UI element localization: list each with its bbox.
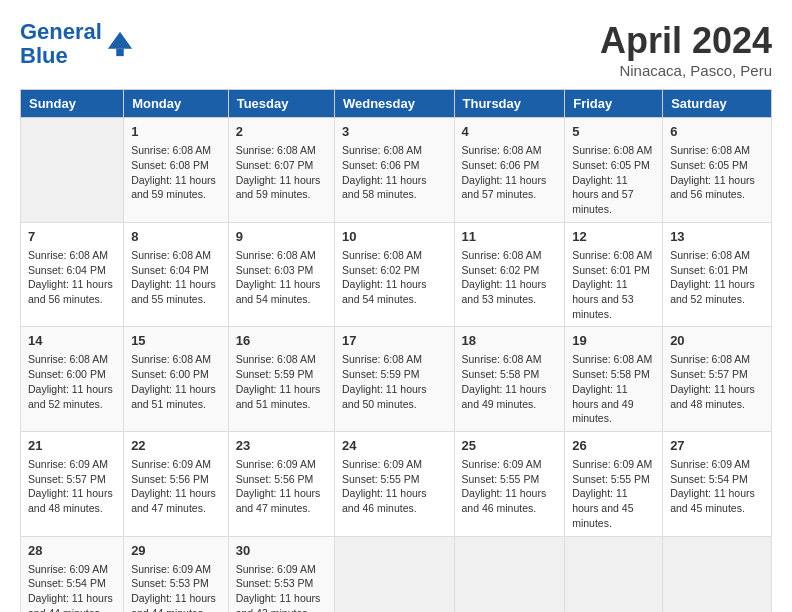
cell-info: Sunrise: 6:08 AMSunset: 6:04 PMDaylight:… [28, 248, 116, 307]
calendar-cell [565, 536, 663, 612]
cell-info: Sunrise: 6:09 AMSunset: 5:54 PMDaylight:… [670, 457, 764, 516]
calendar-table: Sunday Monday Tuesday Wednesday Thursday… [20, 89, 772, 612]
col-friday: Friday [565, 90, 663, 118]
day-number: 30 [236, 542, 327, 560]
day-number: 8 [131, 228, 221, 246]
calendar-cell: 29Sunrise: 6:09 AMSunset: 5:53 PMDayligh… [124, 536, 229, 612]
day-number: 20 [670, 332, 764, 350]
day-number: 19 [572, 332, 655, 350]
calendar-cell: 28Sunrise: 6:09 AMSunset: 5:54 PMDayligh… [21, 536, 124, 612]
cell-info: Sunrise: 6:08 AMSunset: 6:08 PMDaylight:… [131, 143, 221, 202]
day-number: 9 [236, 228, 327, 246]
calendar-cell: 25Sunrise: 6:09 AMSunset: 5:55 PMDayligh… [454, 431, 565, 536]
day-number: 17 [342, 332, 447, 350]
cell-info: Sunrise: 6:08 AMSunset: 6:00 PMDaylight:… [28, 352, 116, 411]
svg-marker-0 [108, 32, 132, 49]
cell-info: Sunrise: 6:09 AMSunset: 5:53 PMDaylight:… [236, 562, 327, 612]
cell-info: Sunrise: 6:08 AMSunset: 6:01 PMDaylight:… [572, 248, 655, 321]
calendar-title: April 2024 [600, 20, 772, 62]
calendar-cell: 14Sunrise: 6:08 AMSunset: 6:00 PMDayligh… [21, 327, 124, 432]
calendar-cell: 26Sunrise: 6:09 AMSunset: 5:55 PMDayligh… [565, 431, 663, 536]
calendar-cell: 17Sunrise: 6:08 AMSunset: 5:59 PMDayligh… [334, 327, 454, 432]
cell-info: Sunrise: 6:08 AMSunset: 6:00 PMDaylight:… [131, 352, 221, 411]
calendar-cell: 1Sunrise: 6:08 AMSunset: 6:08 PMDaylight… [124, 118, 229, 223]
cell-info: Sunrise: 6:08 AMSunset: 6:04 PMDaylight:… [131, 248, 221, 307]
cell-info: Sunrise: 6:09 AMSunset: 5:54 PMDaylight:… [28, 562, 116, 612]
col-thursday: Thursday [454, 90, 565, 118]
cell-info: Sunrise: 6:08 AMSunset: 6:02 PMDaylight:… [462, 248, 558, 307]
day-number: 11 [462, 228, 558, 246]
cell-info: Sunrise: 6:08 AMSunset: 5:57 PMDaylight:… [670, 352, 764, 411]
cell-info: Sunrise: 6:08 AMSunset: 5:59 PMDaylight:… [342, 352, 447, 411]
col-monday: Monday [124, 90, 229, 118]
cell-info: Sunrise: 6:08 AMSunset: 6:06 PMDaylight:… [462, 143, 558, 202]
day-number: 15 [131, 332, 221, 350]
day-number: 26 [572, 437, 655, 455]
calendar-cell: 24Sunrise: 6:09 AMSunset: 5:55 PMDayligh… [334, 431, 454, 536]
logo-icon [106, 30, 134, 58]
cell-info: Sunrise: 6:09 AMSunset: 5:55 PMDaylight:… [462, 457, 558, 516]
day-number: 16 [236, 332, 327, 350]
calendar-week-4: 21Sunrise: 6:09 AMSunset: 5:57 PMDayligh… [21, 431, 772, 536]
calendar-cell: 5Sunrise: 6:08 AMSunset: 6:05 PMDaylight… [565, 118, 663, 223]
calendar-cell: 10Sunrise: 6:08 AMSunset: 6:02 PMDayligh… [334, 222, 454, 327]
calendar-week-5: 28Sunrise: 6:09 AMSunset: 5:54 PMDayligh… [21, 536, 772, 612]
day-number: 14 [28, 332, 116, 350]
calendar-cell: 8Sunrise: 6:08 AMSunset: 6:04 PMDaylight… [124, 222, 229, 327]
cell-info: Sunrise: 6:08 AMSunset: 5:58 PMDaylight:… [462, 352, 558, 411]
cell-info: Sunrise: 6:08 AMSunset: 6:05 PMDaylight:… [572, 143, 655, 216]
day-number: 28 [28, 542, 116, 560]
calendar-cell: 12Sunrise: 6:08 AMSunset: 6:01 PMDayligh… [565, 222, 663, 327]
calendar-cell: 23Sunrise: 6:09 AMSunset: 5:56 PMDayligh… [228, 431, 334, 536]
calendar-cell: 22Sunrise: 6:09 AMSunset: 5:56 PMDayligh… [124, 431, 229, 536]
calendar-week-2: 7Sunrise: 6:08 AMSunset: 6:04 PMDaylight… [21, 222, 772, 327]
calendar-cell: 9Sunrise: 6:08 AMSunset: 6:03 PMDaylight… [228, 222, 334, 327]
calendar-cell [21, 118, 124, 223]
calendar-cell: 15Sunrise: 6:08 AMSunset: 6:00 PMDayligh… [124, 327, 229, 432]
calendar-cell: 19Sunrise: 6:08 AMSunset: 5:58 PMDayligh… [565, 327, 663, 432]
day-number: 13 [670, 228, 764, 246]
day-number: 21 [28, 437, 116, 455]
cell-info: Sunrise: 6:08 AMSunset: 6:05 PMDaylight:… [670, 143, 764, 202]
calendar-cell [663, 536, 772, 612]
day-number: 12 [572, 228, 655, 246]
page-header: GeneralBlue April 2024 Ninacaca, Pasco, … [20, 20, 772, 79]
cell-info: Sunrise: 6:08 AMSunset: 6:01 PMDaylight:… [670, 248, 764, 307]
col-saturday: Saturday [663, 90, 772, 118]
calendar-cell: 4Sunrise: 6:08 AMSunset: 6:06 PMDaylight… [454, 118, 565, 223]
cell-info: Sunrise: 6:09 AMSunset: 5:56 PMDaylight:… [236, 457, 327, 516]
calendar-cell: 18Sunrise: 6:08 AMSunset: 5:58 PMDayligh… [454, 327, 565, 432]
day-number: 3 [342, 123, 447, 141]
cell-info: Sunrise: 6:08 AMSunset: 6:07 PMDaylight:… [236, 143, 327, 202]
cell-info: Sunrise: 6:09 AMSunset: 5:55 PMDaylight:… [342, 457, 447, 516]
day-number: 5 [572, 123, 655, 141]
cell-info: Sunrise: 6:09 AMSunset: 5:56 PMDaylight:… [131, 457, 221, 516]
calendar-cell: 27Sunrise: 6:09 AMSunset: 5:54 PMDayligh… [663, 431, 772, 536]
calendar-cell: 2Sunrise: 6:08 AMSunset: 6:07 PMDaylight… [228, 118, 334, 223]
calendar-cell: 30Sunrise: 6:09 AMSunset: 5:53 PMDayligh… [228, 536, 334, 612]
cell-info: Sunrise: 6:08 AMSunset: 6:03 PMDaylight:… [236, 248, 327, 307]
cell-info: Sunrise: 6:08 AMSunset: 6:02 PMDaylight:… [342, 248, 447, 307]
calendar-cell: 6Sunrise: 6:08 AMSunset: 6:05 PMDaylight… [663, 118, 772, 223]
day-number: 27 [670, 437, 764, 455]
col-sunday: Sunday [21, 90, 124, 118]
logo-text: GeneralBlue [20, 20, 102, 68]
day-number: 24 [342, 437, 447, 455]
day-number: 6 [670, 123, 764, 141]
day-number: 22 [131, 437, 221, 455]
cell-info: Sunrise: 6:08 AMSunset: 5:59 PMDaylight:… [236, 352, 327, 411]
cell-info: Sunrise: 6:09 AMSunset: 5:55 PMDaylight:… [572, 457, 655, 530]
col-wednesday: Wednesday [334, 90, 454, 118]
header-row: Sunday Monday Tuesday Wednesday Thursday… [21, 90, 772, 118]
title-block: April 2024 Ninacaca, Pasco, Peru [600, 20, 772, 79]
day-number: 23 [236, 437, 327, 455]
calendar-cell: 11Sunrise: 6:08 AMSunset: 6:02 PMDayligh… [454, 222, 565, 327]
calendar-cell: 20Sunrise: 6:08 AMSunset: 5:57 PMDayligh… [663, 327, 772, 432]
calendar-cell [454, 536, 565, 612]
cell-info: Sunrise: 6:08 AMSunset: 6:06 PMDaylight:… [342, 143, 447, 202]
svg-rect-1 [116, 49, 123, 56]
cell-info: Sunrise: 6:09 AMSunset: 5:57 PMDaylight:… [28, 457, 116, 516]
day-number: 2 [236, 123, 327, 141]
day-number: 18 [462, 332, 558, 350]
calendar-cell: 7Sunrise: 6:08 AMSunset: 6:04 PMDaylight… [21, 222, 124, 327]
